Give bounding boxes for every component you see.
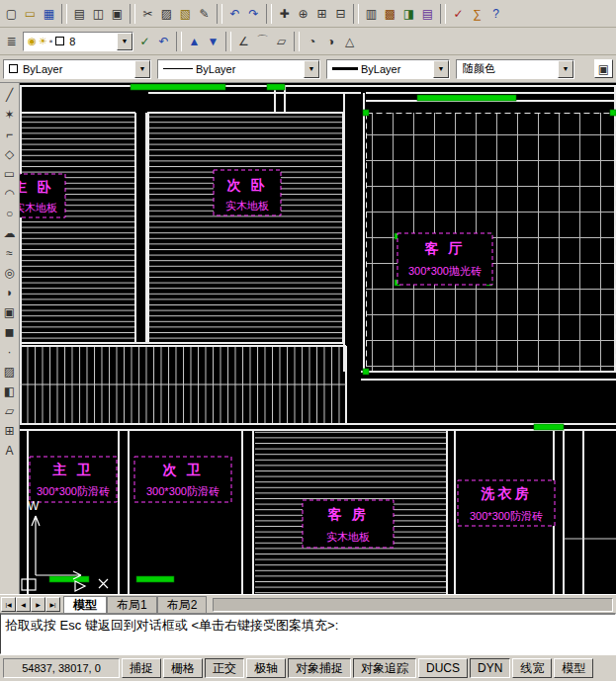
model-button[interactable]: 模型 bbox=[554, 658, 593, 678]
room-label-master-bedroom[interactable]: 主 卧 实木地板 bbox=[20, 174, 65, 217]
layer-properties-manager-icon[interactable]: ≣ bbox=[2, 32, 21, 50]
drawing-canvas[interactable]: 主 卧 实木地板 次 卧 实木地板 客 厅 300*300抛光砖 主 卫 300… bbox=[20, 83, 616, 594]
ellipse-arc-icon[interactable]: ◗ bbox=[1, 283, 19, 301]
gradient-icon[interactable]: ◧ bbox=[1, 382, 19, 400]
region-icon[interactable]: ▱ bbox=[1, 401, 19, 420]
color-control-value: ByLayer bbox=[20, 63, 134, 75]
plot-icon[interactable]: ▤ bbox=[70, 4, 89, 23]
designcenter-icon[interactable]: ▩ bbox=[381, 4, 399, 23]
linetype-combo-arrow-icon[interactable]: ▼ bbox=[304, 60, 319, 78]
publish-icon[interactable]: ▣ bbox=[108, 4, 127, 23]
undo-icon[interactable]: ↶ bbox=[225, 4, 244, 23]
draworder-front-icon[interactable]: ▲ bbox=[185, 32, 204, 50]
revision-cloud-icon[interactable]: ☁ bbox=[1, 223, 19, 242]
plot-preview-icon[interactable]: ◫ bbox=[89, 4, 108, 23]
second-bedroom-hatch[interactable] bbox=[148, 113, 343, 343]
quickcalc-icon[interactable]: ∑ bbox=[468, 4, 486, 23]
lineweight-control-combo[interactable]: ByLayer ▼ bbox=[326, 59, 450, 79]
room-label-guest-room[interactable]: 客 房 实木地板 bbox=[303, 500, 394, 548]
room-label-living-room[interactable]: 客 厅 300*300抛光砖 bbox=[397, 233, 492, 285]
color-control-combo[interactable]: ByLayer ▼ bbox=[3, 59, 151, 79]
point-icon[interactable]: · bbox=[1, 342, 19, 361]
polygon-icon[interactable]: ◇ bbox=[1, 144, 19, 163]
help-icon[interactable]: ? bbox=[486, 4, 505, 23]
clock-icon[interactable]: ◔ bbox=[303, 32, 321, 50]
tab-model[interactable]: 模型 bbox=[63, 596, 107, 613]
snap-button[interactable]: 捕捉 bbox=[122, 658, 161, 678]
ellipse-icon[interactable]: ◎ bbox=[1, 263, 19, 282]
triangle-ruler-icon[interactable]: △ bbox=[340, 32, 359, 50]
arc-icon[interactable]: ◠ bbox=[1, 184, 19, 203]
arc-tool-icon[interactable]: ⌒ bbox=[253, 32, 272, 50]
new-file-icon[interactable]: ▢ bbox=[2, 4, 21, 23]
match-properties-icon[interactable]: ✎ bbox=[195, 4, 214, 23]
ortho-button[interactable]: 正交 bbox=[205, 658, 244, 678]
command-prompt-text: 拾取或按 Esc 键返回到对话框或 <单击右键接受图案填充>: bbox=[5, 617, 611, 635]
make-block-icon[interactable]: ◼ bbox=[1, 322, 19, 341]
layer-combo[interactable]: ◉ ☀ ▪ 8 ▼ bbox=[23, 32, 133, 51]
room-label-second-bath[interactable]: 次 卫 300*300防滑砖 bbox=[134, 457, 231, 502]
zoom-previous-icon[interactable]: ⊟ bbox=[331, 4, 350, 23]
rectangle-icon[interactable]: ▭ bbox=[1, 164, 19, 183]
markup-icon[interactable]: ✓ bbox=[449, 4, 468, 23]
tab-layout2[interactable]: 布局2 bbox=[157, 596, 208, 613]
horizontal-scrollbar[interactable] bbox=[213, 598, 613, 612]
zoom-window-icon[interactable]: ⊞ bbox=[312, 4, 331, 23]
open-file-icon[interactable]: ▭ bbox=[21, 4, 40, 23]
region-tool-icon[interactable]: ▱ bbox=[272, 32, 291, 50]
svg-text:客 厅: 客 厅 bbox=[424, 240, 466, 256]
polar-button[interactable]: 极轴 bbox=[246, 658, 286, 678]
layer-combo-arrow-icon[interactable]: ▼ bbox=[117, 33, 132, 50]
line-icon[interactable]: ╱ bbox=[1, 85, 19, 104]
grid-button[interactable]: 栅格 bbox=[163, 658, 203, 678]
color-combo-arrow-icon[interactable]: ▼ bbox=[134, 60, 150, 78]
tab-prev-button[interactable]: ◀ bbox=[16, 597, 31, 612]
room-label-laundry-room[interactable]: 洗衣房 300*300防滑砖 bbox=[458, 480, 555, 526]
layer-previous-icon[interactable]: ↶ bbox=[154, 32, 173, 50]
tab-next-button[interactable]: ▶ bbox=[31, 597, 45, 612]
sheet-set-manager-icon[interactable]: ▤ bbox=[418, 4, 437, 23]
command-line-panel[interactable]: 拾取或按 Esc 键返回到对话框或 <单击右键接受图案填充>: bbox=[0, 613, 616, 654]
construction-line-icon[interactable]: ✶ bbox=[1, 105, 19, 124]
room-label-master-bath[interactable]: 主 卫 300*300防滑砖 bbox=[30, 457, 117, 502]
tab-layout1[interactable]: 布局1 bbox=[107, 596, 157, 613]
insert-block-icon[interactable]: ▣ bbox=[1, 302, 19, 321]
tab-last-button[interactable]: ▶| bbox=[45, 597, 60, 612]
copy-icon[interactable]: ▨ bbox=[157, 4, 176, 23]
lineweight-button[interactable]: 线宽 bbox=[512, 658, 552, 678]
spline-icon[interactable]: ≈ bbox=[1, 243, 19, 262]
room-label-second-bedroom[interactable]: 次 卧 实木地板 bbox=[214, 170, 281, 215]
lineweight-combo-arrow-icon[interactable]: ▼ bbox=[433, 60, 449, 78]
paste-icon[interactable]: ▧ bbox=[176, 4, 195, 23]
polyline-icon[interactable]: ⌐ bbox=[1, 125, 19, 143]
save-icon[interactable]: ▦ bbox=[40, 4, 58, 23]
dyn-button[interactable]: DYN bbox=[470, 658, 510, 678]
toolbar-separator bbox=[176, 32, 182, 51]
draworder-back-icon[interactable]: ▼ bbox=[204, 32, 222, 50]
multiline-text-icon[interactable]: A bbox=[1, 441, 19, 460]
ducs-button[interactable]: DUCS bbox=[418, 658, 468, 678]
master-bedroom-hatch[interactable] bbox=[20, 113, 135, 343]
toolbar-separator bbox=[217, 4, 222, 24]
plotstyle-combo-arrow-icon[interactable]: ▼ bbox=[558, 60, 573, 78]
osnap-button[interactable]: 对象捕捉 bbox=[288, 658, 351, 678]
otrack-button[interactable]: 对象追踪 bbox=[353, 658, 416, 678]
make-object-layer-current-icon[interactable]: ✓ bbox=[135, 32, 154, 50]
table-icon[interactable]: ⊞ bbox=[1, 421, 19, 440]
zoom-realtime-icon[interactable]: ⊕ bbox=[294, 4, 312, 23]
tab-first-button[interactable]: |◀ bbox=[1, 597, 16, 612]
redo-icon[interactable]: ↷ bbox=[244, 4, 263, 23]
hatch-icon[interactable]: ▨ bbox=[1, 362, 19, 381]
tool-palettes-icon[interactable]: ◨ bbox=[399, 4, 418, 23]
linetype-control-combo[interactable]: ByLayer ▼ bbox=[157, 59, 320, 79]
angle-measure-icon[interactable]: ∠ bbox=[234, 32, 253, 50]
plotstyle-control-combo[interactable]: 随颜色 ▼ bbox=[456, 59, 574, 79]
properties-icon[interactable]: ▥ bbox=[362, 4, 381, 23]
svg-text:主 卧: 主 卧 bbox=[20, 179, 53, 195]
properties-side-button[interactable]: ▣ bbox=[594, 59, 613, 78]
cut-icon[interactable]: ✂ bbox=[138, 4, 157, 23]
half-circle-icon[interactable]: ◑ bbox=[321, 32, 340, 50]
circle-icon[interactable]: ○ bbox=[1, 204, 19, 222]
pan-icon[interactable]: ✚ bbox=[275, 4, 294, 23]
floor-plan-drawing[interactable]: 主 卧 实木地板 次 卧 实木地板 客 厅 300*300抛光砖 主 卫 300… bbox=[20, 83, 616, 594]
